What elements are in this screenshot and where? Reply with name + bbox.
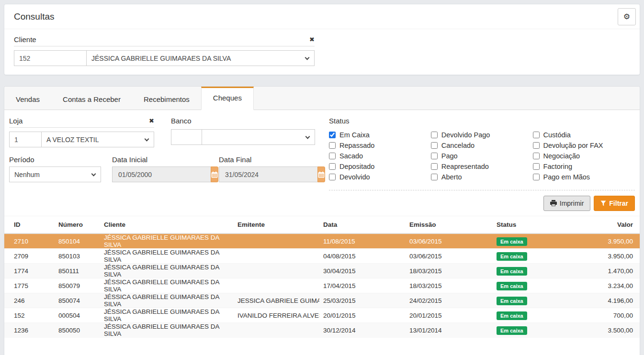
checkbox-repassado[interactable]: Repassado	[329, 140, 431, 151]
checkbox-pago[interactable]: Pago	[431, 151, 533, 161]
loja-label: Loja	[9, 117, 23, 125]
checkbox-input[interactable]	[329, 142, 336, 149]
checkbox-depositado[interactable]: Depositado	[329, 161, 431, 172]
loja-inputs: A VELOZ TEXTIL	[9, 132, 154, 147]
table-row[interactable]: 2710 850104 JÉSSICA GABRIELLE GUIMARAES …	[4, 233, 640, 249]
calendar-icon	[318, 171, 325, 178]
cliente-field-group: Cliente ✖ JÉSSICA GABRIELLE GUIMARAES DA…	[14, 35, 315, 66]
checkbox-input[interactable]	[431, 142, 438, 149]
imprimir-button[interactable]: Imprimir	[543, 196, 591, 211]
tab-vendas[interactable]: Vendas	[4, 87, 51, 110]
status-badge: Em caixa	[497, 311, 527, 320]
status-column-3: Custódia Devolução por FAX Negociação Fa…	[533, 130, 635, 182]
table-row[interactable]: 2709 850103 JÉSSICA GABRIELLE GUIMARAES …	[4, 249, 640, 264]
checkbox-input[interactable]	[533, 142, 540, 149]
status-badge: Em caixa	[497, 326, 527, 335]
tab-contas-a-receber[interactable]: Contas a Receber	[51, 87, 132, 110]
checkbox-reapresentado[interactable]: Reapresentado	[431, 161, 533, 172]
checkbox-input[interactable]	[431, 153, 438, 159]
tab-recebimentos[interactable]: Recebimentos	[132, 87, 201, 110]
banco-select-wrap	[202, 129, 315, 145]
loja-select[interactable]: A VELOZ TEXTIL	[41, 132, 154, 147]
calendar-icon	[211, 171, 218, 178]
table-row[interactable]: 1236 850050 JÉSSICA GABRIELLE GUIMARAES …	[4, 323, 640, 338]
status-column-1: Em Caixa Repassado Sacado Depositado Dev…	[329, 130, 431, 182]
checkbox-input[interactable]	[431, 174, 438, 180]
filter-row-1: Loja ✖ A VELOZ TEXTIL Banco	[9, 117, 318, 147]
col-header-valor: Valor	[565, 216, 640, 234]
checkbox-input[interactable]	[329, 163, 336, 170]
loja-field-head: Loja ✖	[9, 117, 154, 128]
data-inicial-inputs	[112, 166, 207, 182]
data-inicial-label: Data Inicial	[112, 155, 207, 166]
settings-button[interactable]: ⚙	[618, 8, 636, 25]
banco-select[interactable]	[202, 129, 315, 145]
checkbox-sacado[interactable]: Sacado	[329, 151, 431, 161]
table-header-row: ID Número Cliente Emitente Data Emissão …	[4, 216, 640, 234]
cliente-field-head: Cliente ✖	[14, 35, 315, 46]
cliente-clear-icon[interactable]: ✖	[309, 36, 315, 43]
data-final-field-group: Data Final	[219, 155, 314, 182]
cheques-table: ID Número Cliente Emitente Data Emissão …	[4, 216, 640, 338]
tab-cheques[interactable]: Cheques	[201, 87, 254, 110]
checkbox-input[interactable]	[533, 163, 540, 170]
status-field-group: Status Em Caixa Repassado Sacado Deposit…	[329, 117, 635, 190]
cliente-select[interactable]: JÉSSICA GABRIELLE GUIMARAES DA SILVA	[86, 50, 315, 66]
table-row[interactable]: 152 000504 JÉSSICA GABRIELLE GUIMARAES D…	[4, 308, 640, 323]
cliente-inputs: JÉSSICA GABRIELLE GUIMARAES DA SILVA	[14, 50, 315, 66]
checkbox-devolucao-por-fax[interactable]: Devolução por FAX	[533, 140, 635, 151]
loja-clear-icon[interactable]: ✖	[149, 117, 154, 124]
actions-row: Imprimir Filtrar	[4, 190, 640, 215]
data-inicial-input[interactable]	[112, 166, 211, 182]
status-badge: Em caixa	[497, 252, 527, 261]
col-header-status: Status	[493, 216, 565, 234]
filter-left: Loja ✖ A VELOZ TEXTIL Banco	[9, 117, 318, 190]
checkbox-cancelado[interactable]: Cancelado	[431, 140, 533, 151]
filtrar-button[interactable]: Filtrar	[594, 196, 635, 211]
cliente-select-wrap: JÉSSICA GABRIELLE GUIMARAES DA SILVA	[86, 50, 315, 66]
data-final-calendar-button[interactable]	[317, 166, 325, 182]
loja-code-input[interactable]	[9, 132, 42, 147]
table-row[interactable]: 1775 850079 JÉSSICA GABRIELLE GUIMARAES …	[4, 278, 640, 293]
filter-row-2: Período Nenhum Data Inicial	[9, 155, 318, 182]
checkbox-pago-em-maos[interactable]: Pago em Mãos	[533, 172, 635, 182]
loja-select-wrap: A VELOZ TEXTIL	[41, 132, 154, 147]
checkbox-negociacao[interactable]: Negociação	[533, 151, 635, 161]
checkbox-input[interactable]	[533, 132, 540, 138]
checkbox-devolvido-pago[interactable]: Devolvido Pago	[431, 130, 533, 140]
data-final-input[interactable]	[219, 166, 317, 182]
data-inicial-calendar-button[interactable]	[211, 166, 218, 182]
checkbox-input[interactable]	[431, 132, 438, 138]
loja-field-group: Loja ✖ A VELOZ TEXTIL	[9, 117, 154, 147]
checkbox-custodia[interactable]: Custódia	[533, 130, 635, 140]
checkbox-em-caixa[interactable]: Em Caixa	[329, 130, 431, 140]
page-title: Consultas	[14, 11, 55, 22]
checkbox-factoring[interactable]: Factoring	[533, 161, 635, 172]
table-row[interactable]: 1774 850111 JÉSSICA GABRIELLE GUIMARAES …	[4, 264, 640, 278]
consultas-card: Consultas ⚙ Cliente ✖ JÉSSICA GABRIELLE …	[4, 4, 640, 75]
checkbox-aberto[interactable]: Aberto	[431, 172, 533, 182]
checkbox-input[interactable]	[431, 163, 438, 170]
checkbox-input[interactable]	[533, 174, 540, 180]
banco-inputs	[171, 129, 315, 145]
status-badge: Em caixa	[497, 267, 527, 276]
cliente-section: Cliente ✖ JÉSSICA GABRIELLE GUIMARAES DA…	[4, 29, 640, 72]
cliente-code-input[interactable]	[14, 50, 87, 66]
checkbox-input[interactable]	[329, 174, 336, 180]
table-row[interactable]: 246 850074 JÉSSICA GABRIELLE GUIMARAES D…	[4, 293, 640, 308]
checkbox-input[interactable]	[533, 153, 540, 159]
status-label: Status	[329, 117, 635, 128]
data-inicial-field-group: Data Inicial	[112, 155, 207, 182]
periodo-select[interactable]: Nenhum	[9, 166, 101, 182]
banco-code-input[interactable]	[171, 129, 202, 145]
checkbox-input[interactable]	[329, 153, 336, 159]
status-badge: Em caixa	[497, 237, 527, 246]
checkbox-devolvido[interactable]: Devolvido	[329, 172, 431, 182]
cliente-label: Cliente	[14, 35, 36, 44]
periodo-field-group: Período Nenhum	[9, 155, 101, 182]
status-column-2: Devolvido Pago Cancelado Pago Reapresent…	[431, 130, 533, 182]
col-header-data: Data	[319, 216, 406, 234]
checkbox-input[interactable]	[329, 132, 336, 138]
data-final-inputs	[219, 166, 314, 182]
periodo-select-wrap: Nenhum	[9, 166, 101, 182]
